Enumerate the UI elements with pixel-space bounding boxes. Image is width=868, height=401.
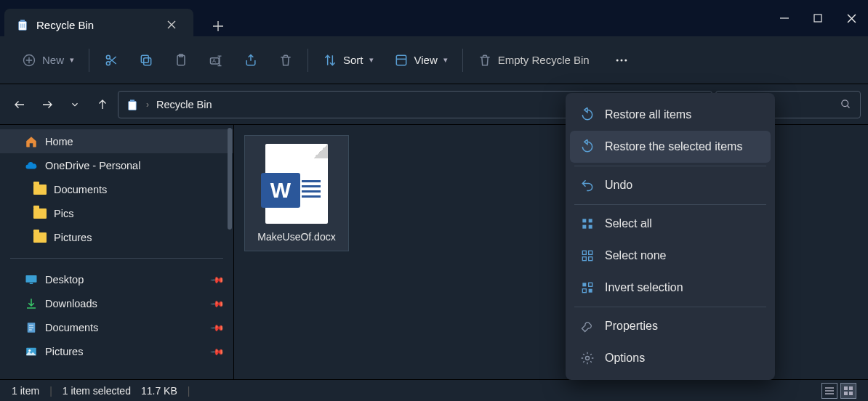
minimize-button[interactable] [768, 0, 801, 36]
new-tab-button[interactable] [204, 12, 233, 41]
gear-icon [580, 351, 595, 365]
svg-point-13 [616, 59, 618, 61]
menu-label: Select all [605, 217, 652, 230]
delete-button[interactable] [273, 46, 299, 75]
restore-icon [580, 139, 595, 154]
sidebar-item-documents[interactable]: Documents [0, 177, 233, 201]
svg-rect-6 [144, 57, 151, 65]
forward-button[interactable] [35, 92, 60, 117]
arrow-up-icon [96, 98, 109, 111]
view-mode-switcher [821, 383, 856, 399]
sidebar-item-desktop[interactable]: Desktop📌 [0, 267, 233, 291]
pictures-icon [25, 345, 38, 358]
tab-strip: Recycle Bin [0, 0, 768, 36]
breadcrumb-location[interactable]: Recycle Bin [156, 99, 212, 110]
sidebar-item-home[interactable]: Home [0, 129, 233, 153]
maximize-icon [813, 14, 822, 23]
sidebar-item-pics[interactable]: Pics [0, 201, 233, 225]
menu-select-all[interactable]: Select all [570, 208, 771, 240]
rename-button[interactable]: A [203, 46, 229, 75]
wrench-icon [580, 319, 595, 333]
menu-properties[interactable]: Properties [570, 310, 771, 342]
svg-rect-7 [141, 55, 148, 62]
details-view-button[interactable] [821, 383, 837, 399]
menu-separator [574, 307, 766, 307]
empty-recycle-bin-button[interactable]: Empty Recycle Bin [472, 46, 595, 75]
plus-icon [213, 21, 223, 31]
chevron-down-icon: ▾ [70, 55, 74, 65]
svg-rect-38 [849, 386, 853, 390]
cloud-icon [25, 159, 38, 172]
breadcrumb-separator: › [146, 100, 149, 110]
scrollbar-thumb[interactable] [228, 128, 232, 230]
sidebar-item-pictures[interactable]: Pictures [0, 225, 233, 249]
svg-point-18 [842, 100, 848, 107]
sidebar-item-downloads[interactable]: Downloads📌 [0, 291, 233, 315]
close-window-button[interactable] [835, 0, 868, 36]
sidebar-label: Pics [54, 208, 73, 219]
pin-icon: 📌 [210, 344, 225, 359]
menu-label: Invert selection [605, 281, 683, 294]
maximize-button[interactable] [801, 0, 835, 36]
sort-button[interactable]: Sort ▾ [317, 46, 379, 75]
copy-button[interactable] [133, 46, 159, 75]
new-button[interactable]: New ▾ [16, 46, 80, 75]
select-none-icon [580, 248, 595, 263]
undo-icon [580, 178, 595, 193]
pin-icon: 📌 [210, 320, 225, 335]
scissors-icon [104, 53, 118, 68]
status-separator: | [188, 385, 190, 397]
close-icon [167, 20, 176, 29]
share-button[interactable] [238, 46, 264, 75]
sidebar-item-pictures2[interactable]: Pictures📌 [0, 339, 233, 363]
menu-restore-selected[interactable]: Restore the selected items [570, 131, 771, 163]
plus-circle-icon [22, 53, 36, 68]
menu-undo[interactable]: Undo [570, 169, 771, 201]
menu-select-none[interactable]: Select none [570, 240, 771, 272]
tab-close-button[interactable] [161, 15, 182, 35]
menu-label: Select none [605, 249, 667, 262]
word-lines [302, 180, 321, 198]
svg-rect-37 [844, 386, 848, 390]
chevron-down-icon: ▾ [369, 55, 374, 65]
menu-restore-all[interactable]: Restore all items [570, 99, 771, 131]
cut-button[interactable] [98, 46, 124, 75]
arrow-left-icon [13, 98, 26, 111]
svg-rect-1 [20, 20, 25, 21]
svg-point-36 [586, 357, 590, 360]
download-icon [25, 297, 38, 310]
recent-button[interactable] [63, 92, 87, 117]
desktop-icon [25, 273, 38, 286]
status-separator: | [49, 385, 52, 397]
menu-separator [574, 204, 766, 205]
toolbar-divider [308, 49, 308, 72]
sidebar-item-documents2[interactable]: Documents📌 [0, 315, 233, 339]
paste-button[interactable] [168, 46, 194, 75]
sort-icon [323, 53, 337, 68]
svg-rect-27 [589, 225, 592, 229]
svg-rect-29 [589, 251, 592, 254]
thumbnails-view-button[interactable] [840, 383, 856, 399]
svg-rect-32 [582, 283, 586, 286]
menu-invert-selection[interactable]: Invert selection [570, 272, 771, 304]
svg-rect-17 [130, 100, 134, 101]
file-item[interactable]: W MakeUseOf.docx [244, 135, 349, 251]
view-button[interactable]: View ▾ [388, 46, 454, 75]
menu-label: Properties [605, 320, 658, 333]
close-icon [847, 14, 856, 23]
invert-icon [580, 280, 595, 295]
sidebar-item-onedrive[interactable]: OneDrive - Personal [0, 153, 233, 177]
back-button[interactable] [7, 92, 32, 117]
file-name: MakeUseOf.docx [257, 231, 335, 243]
tab-recycle-bin[interactable]: Recycle Bin [4, 9, 193, 41]
up-button[interactable] [90, 92, 115, 117]
more-button[interactable] [608, 46, 635, 75]
arrow-right-icon [41, 98, 54, 111]
folder-icon [33, 208, 47, 219]
recycle-bin-icon [126, 98, 139, 111]
svg-rect-25 [589, 219, 592, 222]
menu-options[interactable]: Options [570, 342, 771, 374]
sidebar-label: Desktop [45, 274, 84, 285]
document-icon [25, 321, 38, 334]
view-label: View [414, 54, 438, 66]
